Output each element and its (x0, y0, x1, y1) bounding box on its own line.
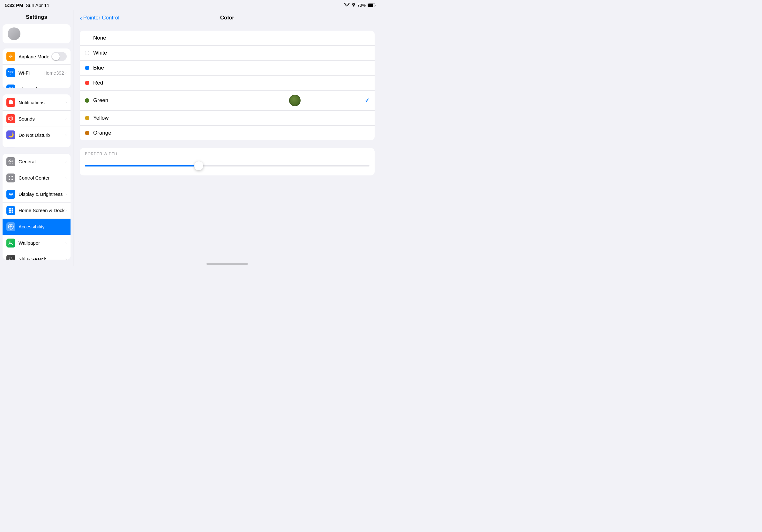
slider-track (85, 165, 369, 166)
sounds-chevron: › (65, 116, 67, 121)
yellow-label: Yellow (93, 115, 369, 121)
sidebar-item-screentime[interactable]: ⏱ Screen Time › (3, 143, 70, 147)
general-chevron: › (65, 160, 67, 164)
displaybrightness-label: Display & Brightness (19, 191, 65, 197)
sidebar-item-donotdisturb[interactable]: 🌙 Do Not Disturb › (3, 127, 70, 143)
sidebar-item-wifi[interactable]: Wi-Fi Home392 › (3, 65, 70, 81)
wifi-label: Wi-Fi (19, 70, 43, 76)
sidebar: Settings ✈ Airplane Mode Wi-Fi Home392 (0, 10, 73, 266)
homescreen-chevron: › (65, 208, 67, 213)
general-icon (6, 157, 15, 166)
settings-group-notifications: Notifications › Sounds › 🌙 Do Not Distur… (3, 95, 70, 147)
notifications-icon (6, 98, 15, 107)
svg-point-19 (10, 257, 12, 259)
color-option-orange[interactable]: Orange (80, 126, 375, 140)
home-bar (206, 263, 248, 265)
status-time: 5:32 PM (5, 3, 23, 8)
screentime-icon: ⏱ (6, 147, 15, 147)
controlcenter-icon (6, 173, 15, 182)
svg-rect-8 (10, 208, 12, 210)
donotdisturb-label: Do Not Disturb (19, 132, 65, 138)
none-label: None (93, 35, 369, 41)
color-option-none[interactable]: None (80, 31, 375, 46)
sidebar-item-bluetooth[interactable]: ℬ Bluetooth On › (3, 81, 70, 88)
red-label: Red (93, 80, 369, 86)
back-button[interactable]: ‹ Pointer Control (80, 15, 119, 21)
green-preview-circle (289, 95, 301, 106)
bluetooth-icon: ℬ (6, 85, 15, 88)
status-bar: 5:32 PM Sun Apr 11 73% (0, 0, 381, 10)
detail-content: None White Blue Red (73, 26, 381, 261)
sounds-icon (6, 114, 15, 123)
displaybrightness-icon: AA (6, 190, 15, 199)
wallpaper-icon (6, 238, 15, 247)
airplane-toggle[interactable] (51, 52, 67, 61)
sidebar-item-homescreen[interactable]: Home Screen & Dock › (3, 203, 70, 219)
svg-point-17 (11, 225, 12, 226)
border-width-slider-container (85, 160, 369, 169)
sidebar-item-airplane[interactable]: ✈ Airplane Mode (3, 48, 70, 65)
notifications-chevron: › (65, 100, 67, 104)
yellow-dot (85, 116, 89, 120)
sidebar-item-wallpaper[interactable]: Wallpaper › (3, 235, 70, 251)
slider-fill (85, 165, 199, 166)
donotdisturb-chevron: › (65, 133, 67, 137)
accessibility-label: Accessibility (19, 224, 67, 229)
airplane-icon: ✈ (6, 52, 15, 61)
sidebar-item-controlcenter[interactable]: Control Center › (3, 170, 70, 186)
siri-icon (6, 255, 15, 260)
slider-thumb[interactable] (194, 162, 203, 170)
wifi-value: Home392 (43, 70, 64, 76)
sidebar-item-sounds[interactable]: Sounds › (3, 111, 70, 127)
color-option-yellow[interactable]: Yellow (80, 111, 375, 126)
svg-rect-15 (12, 212, 13, 213)
orange-label: Orange (93, 130, 369, 136)
svg-rect-12 (12, 210, 13, 211)
white-dot (85, 51, 89, 55)
toggle-knob (52, 53, 60, 60)
bluetooth-value: On (58, 87, 64, 88)
airplane-label: Airplane Mode (19, 54, 51, 59)
profile-row[interactable] (3, 24, 70, 43)
wifi-settings-icon (6, 68, 15, 77)
bluetooth-label: Bluetooth (19, 87, 58, 88)
color-option-green[interactable]: Green ✓ (80, 91, 375, 111)
siri-chevron: › (65, 257, 67, 260)
white-label: White (93, 50, 369, 56)
sidebar-item-displaybrightness[interactable]: AA Display & Brightness › (3, 186, 70, 203)
back-chevron-icon: ‹ (80, 15, 82, 21)
sidebar-item-siri[interactable]: Siri & Search › (3, 251, 70, 260)
status-icons: 73% (344, 3, 376, 8)
green-checkmark: ✓ (365, 97, 369, 104)
siri-label: Siri & Search (19, 256, 65, 260)
sidebar-title: Settings (0, 10, 73, 23)
app-container: Settings ✈ Airplane Mode Wi-Fi Home392 (0, 10, 381, 266)
back-label: Pointer Control (83, 15, 119, 21)
detail-header: ‹ Pointer Control Color (73, 10, 381, 26)
svg-rect-7 (9, 208, 10, 210)
general-label: General (19, 159, 65, 164)
svg-rect-13 (9, 212, 10, 213)
blue-dot (85, 66, 89, 70)
color-option-blue[interactable]: Blue (80, 61, 375, 76)
green-dot (85, 98, 89, 103)
color-option-red[interactable]: Red (80, 76, 375, 91)
location-icon (352, 3, 355, 7)
svg-rect-6 (12, 179, 13, 180)
controlcenter-label: Control Center (19, 175, 65, 180)
svg-rect-10 (9, 210, 10, 211)
color-option-white[interactable]: White (80, 46, 375, 61)
sidebar-item-general[interactable]: General › (3, 154, 70, 170)
svg-point-18 (9, 241, 11, 243)
green-label: Green (93, 97, 229, 104)
battery-icon (368, 3, 376, 7)
orange-dot (85, 131, 89, 135)
notifications-label: Notifications (19, 100, 65, 105)
sidebar-item-accessibility[interactable]: Accessibility (3, 219, 70, 235)
svg-rect-5 (9, 179, 10, 180)
sidebar-item-notifications[interactable]: Notifications › (3, 95, 70, 111)
border-width-label: BORDER WIDTH (85, 152, 369, 156)
wallpaper-label: Wallpaper (19, 240, 65, 245)
home-indicator (73, 261, 381, 266)
accessibility-icon (6, 222, 15, 231)
